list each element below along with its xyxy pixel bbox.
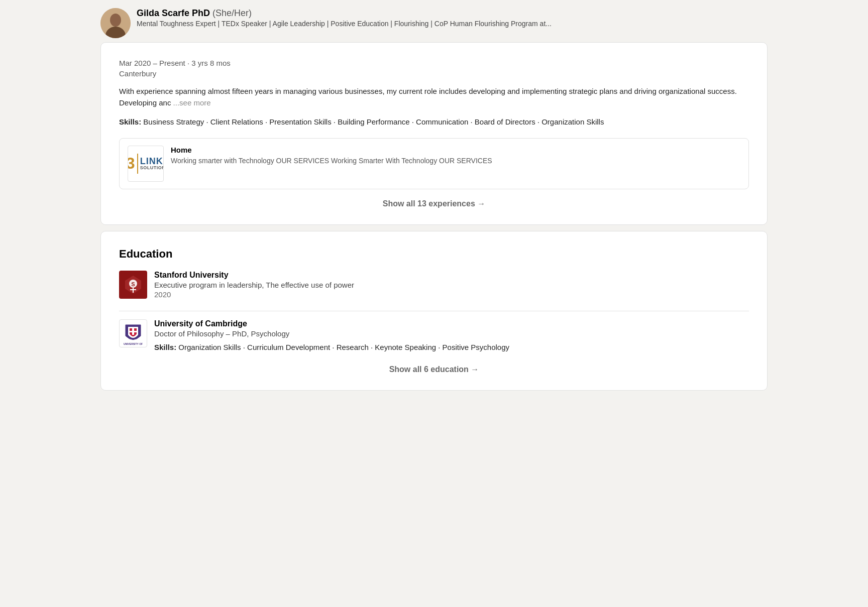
company-description: Working smarter with Technology OUR SERV… <box>171 156 492 166</box>
cambridge-degree: Doctor of Philosophy – PhD, Psychology <box>154 329 749 338</box>
profile-text: Gilda Scarfe PhD (She/Her) Mental Toughn… <box>137 8 552 28</box>
cambridge-skills-label: Skills: <box>154 343 176 351</box>
skills-text: Business Strategy · Client Relations · P… <box>143 117 604 126</box>
company-logo-inner: 3 LINK SOLUTION <box>128 154 164 174</box>
company-title: Home <box>171 146 492 154</box>
experience-card: Mar 2020 – Present · 3 yrs 8 mos Canterb… <box>100 42 768 225</box>
cambridge-name: University of Cambridge <box>154 319 749 328</box>
avatar <box>100 8 131 38</box>
cambridge-skills: Skills: Organization Skills · Curriculum… <box>154 342 749 353</box>
company-preview[interactable]: 3 LINK SOLUTION Home Working smarter wit… <box>119 138 749 189</box>
svg-text:S: S <box>131 281 135 287</box>
experience-description: With experience spanning almost fifteen … <box>119 86 749 108</box>
stanford-details: Stanford University Executive program in… <box>154 271 749 299</box>
pronouns-text: (She/Her) <box>212 8 252 18</box>
company-preview-text: Home Working smarter with Technology OUR… <box>171 146 492 166</box>
show-all-education[interactable]: Show all 6 education → <box>119 365 749 374</box>
stanford-name: Stanford University <box>154 271 749 280</box>
experience-location: Canterbury <box>119 69 749 78</box>
logo-3: 3 <box>128 154 135 173</box>
svg-point-1 <box>110 14 121 27</box>
profile-name: Gilda Scarfe PhD (She/Her) <box>137 8 552 19</box>
stanford-degree: Executive program in leadership, The eff… <box>154 281 749 289</box>
profile-tagline: Mental Toughness Expert | TEDx Speaker |… <box>137 20 552 28</box>
education-item-cambridge: UNIVERSITY OF CAMBRIDGE University of Ca… <box>119 319 749 353</box>
see-more-link[interactable]: ...see more <box>173 98 211 107</box>
experience-skills: Skills: Business Strategy · Client Relat… <box>119 116 749 128</box>
stanford-logo: S <box>119 271 147 299</box>
show-all-experiences-link[interactable]: Show all 13 experiences → <box>383 199 486 208</box>
skills-label: Skills: <box>119 117 141 126</box>
logo-link-top: LINK <box>140 157 164 166</box>
experience-date: Mar 2020 – Present · 3 yrs 8 mos <box>119 59 749 67</box>
show-all-experiences[interactable]: Show all 13 experiences → <box>119 199 749 208</box>
edu-divider <box>119 311 749 311</box>
logo-link-text: LINK SOLUTION <box>140 157 164 170</box>
description-text: With experience spanning almost fifteen … <box>119 87 737 107</box>
cambridge-details: University of Cambridge Doctor of Philos… <box>154 319 749 353</box>
svg-rect-11 <box>129 331 137 332</box>
education-item-stanford: S Stanford University Executive program … <box>119 271 749 299</box>
cambridge-logo: UNIVERSITY OF CAMBRIDGE <box>119 319 147 347</box>
logo-divider <box>137 154 138 174</box>
show-all-education-link[interactable]: Show all 6 education → <box>389 365 479 374</box>
svg-text:CAMBRIDGE: CAMBRIDGE <box>126 345 141 346</box>
cambridge-skills-text: Organization Skills · Curriculum Develop… <box>178 343 509 351</box>
logo-link-bottom: SOLUTION <box>140 166 164 170</box>
stanford-year: 2020 <box>154 290 749 299</box>
page-container: Gilda Scarfe PhD (She/Her) Mental Toughn… <box>0 0 868 391</box>
education-section-title: Education <box>119 248 749 261</box>
profile-header: Gilda Scarfe PhD (She/Her) Mental Toughn… <box>100 0 768 42</box>
name-text: Gilda Scarfe PhD <box>137 8 210 18</box>
education-card: Education S Stanford University Executiv… <box>100 231 768 391</box>
company-logo: 3 LINK SOLUTION <box>128 146 164 182</box>
